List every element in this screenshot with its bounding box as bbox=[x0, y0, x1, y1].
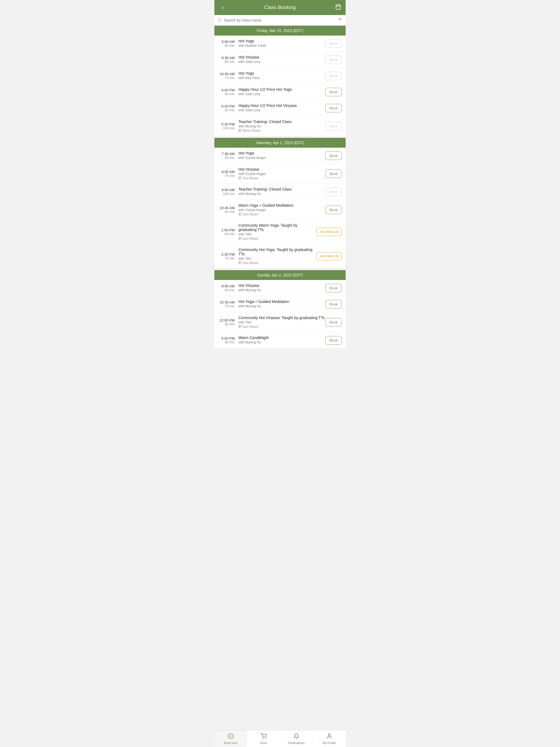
filter-icon[interactable] bbox=[337, 17, 342, 23]
class-duration: 60 min bbox=[218, 232, 235, 236]
class-time-value: 6:00 AM bbox=[218, 40, 235, 44]
nav-item-notifications[interactable]: Notifications bbox=[280, 730, 313, 747]
class-item: 4:00 PM60 minWarm Candlelightwith Muning… bbox=[214, 332, 346, 349]
bell-icon bbox=[294, 733, 299, 741]
class-time: 9:00 AM60 min bbox=[218, 284, 235, 292]
search-bar bbox=[214, 15, 346, 26]
class-instructor: with Crystal Hogan bbox=[238, 172, 325, 176]
room-name: Sun Room bbox=[243, 325, 258, 329]
class-time: 12:00 PM60 min bbox=[218, 318, 235, 326]
class-duration: 180 min bbox=[218, 126, 235, 130]
class-time-value: 2:30 PM bbox=[218, 252, 235, 256]
svg-point-17 bbox=[265, 738, 266, 739]
book-button[interactable]: Book bbox=[325, 300, 342, 308]
svg-point-16 bbox=[262, 738, 263, 739]
bottom-nav: Book Now Store Notifications bbox=[214, 730, 346, 747]
book-button[interactable]: Book bbox=[325, 104, 342, 112]
svg-point-18 bbox=[328, 733, 330, 736]
class-info: Community Hot Yoga- Taught by graduating… bbox=[238, 248, 316, 265]
class-info: Warm Candlelightwith Muning Hu bbox=[238, 335, 325, 345]
class-time: 6:00 AM60 min bbox=[218, 40, 235, 48]
class-duration: 60 min bbox=[218, 108, 235, 112]
class-time: 9:30 AM60 min bbox=[218, 56, 235, 64]
room-icon bbox=[238, 325, 242, 329]
book-button[interactable]: Book bbox=[325, 152, 342, 160]
book-button[interactable]: Book bbox=[325, 170, 342, 178]
class-instructor: with Muning Hu bbox=[238, 192, 325, 196]
class-duration: 60 min bbox=[218, 340, 235, 344]
class-time: 10:45 AM75 min bbox=[218, 72, 235, 80]
class-name: Happy Hour 1/2 Price Hot Vinyasa bbox=[238, 103, 325, 108]
calendar-button[interactable] bbox=[333, 4, 341, 11]
class-item: 10:45 AM60 minWarm Yoga + Guided Meditat… bbox=[214, 200, 346, 220]
class-time-value: 9:00 AM bbox=[218, 188, 235, 192]
book-button[interactable]: Book bbox=[325, 318, 342, 327]
book-button: Book bbox=[325, 72, 342, 80]
class-time-value: 7:30 AM bbox=[218, 152, 235, 156]
class-duration: 75 min bbox=[218, 76, 235, 80]
room-name: Sun Room bbox=[243, 261, 258, 265]
svg-rect-9 bbox=[239, 129, 241, 132]
class-name: Community Hot Yoga- Taught by graduating… bbox=[238, 248, 316, 256]
class-instructor: with Ibby Pack bbox=[238, 76, 325, 80]
class-name: Hot Yoga + Guided Meditation bbox=[238, 300, 325, 304]
class-time: 2:30 PM75 min bbox=[218, 252, 235, 260]
class-list: Friday, Mar 31, 2023 (EDT)6:00 AM60 minH… bbox=[214, 26, 346, 349]
book-button[interactable]: Book bbox=[325, 206, 342, 214]
join-waitlist-button[interactable]: Join Wait List bbox=[316, 228, 342, 236]
class-name: Hot Vinyasa bbox=[238, 167, 325, 172]
class-item: 9:00 AM75 minHot Vinyasawith Crystal Hog… bbox=[214, 164, 346, 184]
book-button[interactable]: Book bbox=[325, 88, 342, 96]
class-time: 9:00 AM180 min bbox=[218, 188, 235, 196]
svg-rect-13 bbox=[239, 262, 241, 264]
class-name: Hot Yoga bbox=[238, 39, 325, 43]
book-button[interactable]: Book bbox=[325, 284, 342, 292]
class-room: Sun Room bbox=[238, 261, 316, 265]
room-icon bbox=[238, 129, 242, 133]
class-room: Sun Room bbox=[238, 212, 325, 216]
class-time-value: 4:00 PM bbox=[218, 336, 235, 340]
class-time-value: 10:45 AM bbox=[218, 206, 235, 210]
day-header-saturday: Saturday, Apr 1, 2023 (EDT) bbox=[214, 138, 346, 148]
book-button: Book bbox=[325, 40, 342, 48]
class-duration: 60 min bbox=[218, 44, 235, 48]
class-time-value: 9:00 AM bbox=[218, 170, 235, 174]
class-info: Hot Yogawith Heather Carlin bbox=[238, 39, 325, 48]
class-instructor: with Jude Levy bbox=[238, 108, 325, 112]
class-item: 1:00 PM60 minCommunity Warm Yoga- Taught… bbox=[214, 220, 346, 244]
class-instructor: with Muning Hu bbox=[238, 304, 325, 308]
join-waitlist-button[interactable]: Join Wait List bbox=[316, 252, 342, 260]
back-button[interactable]: ‹ bbox=[219, 4, 227, 11]
room-name: Sun Room bbox=[243, 237, 258, 241]
class-duration: 180 min bbox=[218, 192, 235, 196]
class-instructor: with Muning Hu bbox=[238, 288, 325, 292]
class-item: 5:30 PM180 minTeacher Training- Closed C… bbox=[214, 116, 346, 136]
room-icon bbox=[238, 212, 242, 216]
book-button: Book bbox=[325, 55, 342, 64]
class-item: 7:30 AM60 minHot Yogawith Crystal HoganB… bbox=[214, 148, 346, 164]
class-info: Teacher Training- Closed Classwith Munin… bbox=[238, 120, 325, 133]
nav-item-my-profile[interactable]: My Profile bbox=[313, 730, 346, 747]
svg-rect-11 bbox=[239, 213, 241, 215]
class-name: Community Warm Yoga- Taught by graduatin… bbox=[238, 223, 316, 232]
class-time-value: 10:30 AM bbox=[218, 300, 235, 304]
room-name: Sun Room bbox=[243, 176, 258, 180]
class-duration: 60 min bbox=[218, 60, 235, 64]
class-info: Hot Yogawith Crystal Hogan bbox=[238, 151, 325, 160]
svg-rect-12 bbox=[239, 237, 241, 240]
class-instructor: with TBA bbox=[238, 257, 316, 261]
class-info: Hot Vinyasawith Crystal HoganSun Room bbox=[238, 167, 325, 180]
nav-label-book-now: Book Now bbox=[224, 741, 238, 745]
nav-item-book-now[interactable]: Book Now bbox=[214, 730, 247, 747]
search-input[interactable] bbox=[224, 18, 337, 22]
class-info: Happy Hour 1/2 Price Hot Vinyasawith Jud… bbox=[238, 103, 325, 113]
class-info: Hot Yogawith Ibby Pack bbox=[238, 71, 325, 80]
class-info: Community Hot Vinyasa- Taught by graduat… bbox=[238, 315, 325, 329]
class-time: 9:00 AM75 min bbox=[218, 170, 235, 178]
class-item: 10:45 AM75 minHot Yogawith Ibby PackBook bbox=[214, 68, 346, 84]
book-button[interactable]: Book bbox=[325, 336, 342, 344]
day-header-sunday: Sunday, Apr 2, 2023 (EDT) bbox=[214, 270, 346, 280]
nav-item-store[interactable]: Store bbox=[247, 730, 280, 747]
room-name: Moon Room bbox=[243, 129, 261, 133]
class-room: Sun Room bbox=[238, 237, 316, 241]
